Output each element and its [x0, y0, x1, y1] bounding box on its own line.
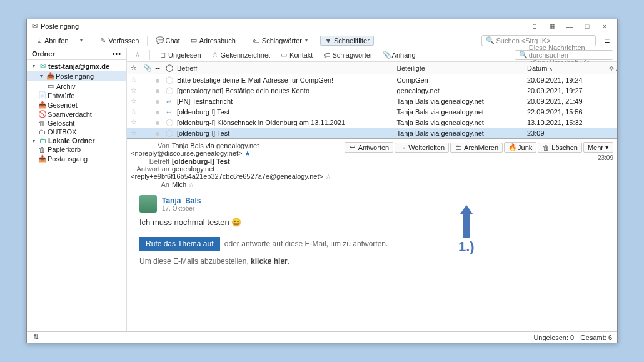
read-dot-icon[interactable]	[156, 79, 159, 83]
addressbook-button[interactable]: ▭Adressbuch	[186, 35, 240, 46]
message-row[interactable]: ☆↩[PN] TestnachrichtTanja Bals via genea…	[127, 96, 617, 106]
spam-icon: 🚫	[38, 110, 46, 118]
reply-indicator-icon: ↩	[166, 98, 171, 105]
thread-circle-icon: ◯	[166, 129, 174, 136]
col-picker[interactable]: ⛭	[606, 64, 617, 72]
local-folders-node[interactable]: ▾🗀Lokale Ordner	[27, 136, 126, 145]
star-icon[interactable]: ★	[244, 149, 251, 157]
folder-outbox[interactable]: 🗀OUTBOX	[27, 128, 126, 136]
folder-local-outbox[interactable]: 📤Postausgang	[27, 154, 126, 163]
avatar	[139, 195, 157, 213]
message-row[interactable]: ☆◯[genealogy.net] Bestätige dein neues K…	[127, 85, 617, 96]
pencil-icon: ✎	[99, 36, 107, 44]
col-from[interactable]: Beteiligte	[395, 64, 525, 72]
junk-button[interactable]: 🔥Junk	[504, 142, 536, 153]
twisty-open-icon: ▾	[31, 63, 37, 69]
tasks-icon[interactable]: ▦	[543, 22, 561, 30]
search-icon: 🔍	[486, 36, 493, 44]
mail-icon: ✉	[39, 62, 46, 70]
more-button[interactable]: Mehr▾	[583, 142, 613, 153]
reply-button[interactable]: ↩Antworten	[345, 142, 394, 153]
trash-icon: 🗑	[542, 144, 550, 151]
close-button[interactable]: ×	[596, 23, 613, 30]
filter-tags[interactable]: 🏷Schlagwörter	[319, 51, 376, 59]
star-outline-icon[interactable]: ☆	[325, 173, 331, 180]
folder-local-trash[interactable]: 🗑Papierkorb	[27, 145, 126, 154]
read-dot-icon[interactable]	[156, 111, 159, 114]
annotation-arrow-1: 1.)	[458, 205, 475, 255]
fetch-button[interactable]: ⤓Abrufen	[31, 35, 73, 46]
row-subject: [genealogy.net] Bestätige dein neues Kon…	[174, 87, 395, 94]
message-row[interactable]: ☆◯Bitte bestätige deine E-Mail-Adresse f…	[127, 74, 617, 85]
star-icon[interactable]: ☆	[131, 118, 137, 126]
col-read[interactable]: ••	[152, 64, 163, 72]
fetch-menu[interactable]: ▾	[74, 36, 87, 44]
col-star[interactable]: ☆	[127, 64, 141, 72]
unsubscribe-link[interactable]: klicke hier	[251, 257, 288, 266]
trash-icon: 🗑	[38, 119, 46, 127]
message-list-header: ☆ 📎 •• ◯ Betreff Beteiligte Datum ∧ ⛭	[127, 62, 617, 74]
row-subject: [oldenburg-l] Test	[174, 129, 395, 137]
star-icon[interactable]: ☆	[131, 108, 137, 115]
compose-button[interactable]: ✎Verfassen	[95, 35, 144, 46]
folder-spam[interactable]: 🚫Spamverdacht	[27, 109, 126, 119]
folder-archive[interactable]: ▭Archiv	[27, 81, 126, 91]
folder-drafts[interactable]: 📄Entwürfe	[27, 91, 126, 100]
read-dot-icon[interactable]	[156, 132, 159, 136]
message-row[interactable]: ☆◯[oldenburg-l] TestTanja Bals via genea…	[127, 128, 617, 138]
message-list[interactable]: ☆◯Bitte bestätige deine E-Mail-Adresse f…	[127, 74, 617, 138]
message-row[interactable]: ☆↩[oldenburg-l] TestTanja Bals via genea…	[127, 106, 617, 117]
folder-icon: ▭	[47, 82, 54, 90]
filter-contact[interactable]: ▭Kontakt	[276, 51, 316, 59]
folder-inbox[interactable]: ▾📥Posteingang	[27, 71, 126, 81]
poster-date: 17. Oktober	[162, 205, 201, 212]
message-search[interactable]: 🔍 Diese Nachrichten durchsuchen <Strg+Um…	[515, 50, 613, 60]
content-area: ☆ ◻Ungelesen ☆Gekennzeichnet ▭Kontakt 🏷S…	[127, 48, 617, 331]
filter-attachment[interactable]: 📎Anhang	[379, 51, 420, 59]
star-icon[interactable]: ☆	[131, 97, 137, 104]
folder-sidebar: Ordner ••• ▾✉test-tanja@gmx.de ▾📥Postein…	[27, 48, 127, 331]
col-attachment[interactable]: 📎	[141, 64, 152, 72]
star-icon[interactable]: ☆	[131, 76, 137, 83]
quickfilter-button[interactable]: ▼Schnellfilter	[320, 36, 374, 46]
outbox-icon: 📤	[38, 154, 46, 163]
minimize-button[interactable]: —	[561, 23, 578, 30]
sidebar-menu-icon[interactable]: •••	[112, 50, 121, 58]
col-subject[interactable]: Betreff	[174, 64, 395, 72]
read-dot-icon[interactable]	[156, 121, 159, 125]
delete-button[interactable]: 🗑Löschen	[538, 143, 582, 153]
titlebar: ✉ Posteingang 🗓 ▦ — □ ×	[27, 19, 617, 33]
star-icon[interactable]: ☆	[131, 129, 137, 136]
message-actions: ↩Antworten →Weiterleiten 🗀Archivieren 🔥J…	[345, 142, 613, 153]
tags-button[interactable]: 🏷Schlagwörter▾	[248, 36, 312, 46]
row-from: genealogy.net	[395, 87, 525, 94]
visit-topic-button[interactable]: Rufe das Thema auf	[139, 237, 220, 251]
read-dot-icon[interactable]	[156, 89, 159, 93]
poster-name[interactable]: Tanja_Bals	[162, 196, 201, 205]
read-dot-icon[interactable]	[156, 100, 159, 104]
search-icon: 🔍	[519, 51, 526, 59]
filter-keep-icon[interactable]: ☆	[131, 51, 144, 59]
archive-button[interactable]: 🗀Archivieren	[450, 143, 503, 153]
maximize-button[interactable]: □	[578, 23, 596, 30]
sync-icon[interactable]: ⇅	[32, 333, 39, 341]
filter-starred[interactable]: ☆Gekennzeichnet	[208, 51, 274, 59]
message-row[interactable]: ☆◯[oldenburg-l] Klönschnack in Oldenburg…	[127, 117, 617, 128]
forward-button[interactable]: →Weiterleiten	[395, 143, 449, 153]
chat-button[interactable]: 💬Chat	[151, 35, 184, 46]
star-icon[interactable]: ☆	[131, 86, 137, 94]
star-outline-icon[interactable]: ☆	[188, 181, 194, 188]
calendar-icon[interactable]: 🗓	[526, 23, 543, 30]
col-date[interactable]: Datum ∧	[525, 64, 606, 72]
chat-icon: 💬	[156, 36, 163, 44]
smile-emoji-icon: 😄	[231, 218, 241, 227]
download-icon: ⤓	[35, 36, 43, 44]
reply-indicator-icon: ↩	[166, 109, 171, 116]
folder-sent[interactable]: 📤Gesendet	[27, 100, 126, 109]
col-thread[interactable]: ◯	[163, 64, 174, 72]
row-from: CompGen	[395, 76, 525, 84]
filter-unread[interactable]: ◻Ungelesen	[155, 51, 205, 59]
folder-trash[interactable]: 🗑Gelöscht	[27, 119, 126, 128]
account-node[interactable]: ▾✉test-tanja@gmx.de	[27, 61, 126, 71]
twisty-open-icon: ▾	[38, 73, 44, 79]
